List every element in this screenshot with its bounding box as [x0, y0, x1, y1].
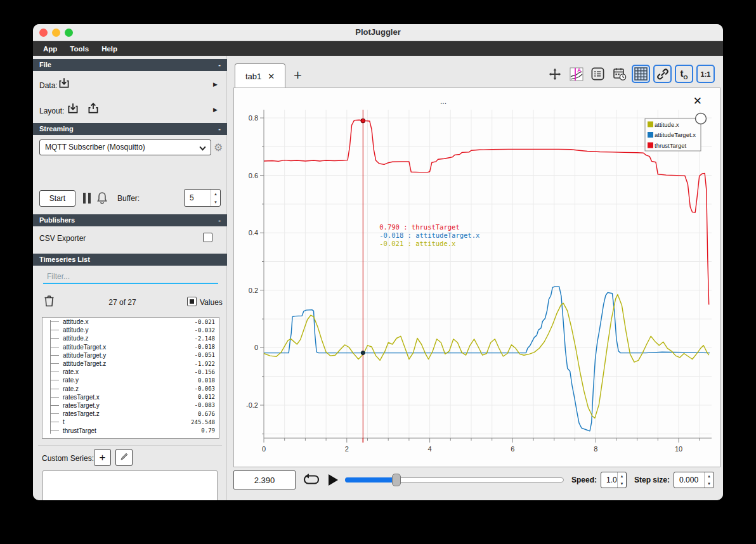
spin-up-icon[interactable]: ▲ [705, 472, 714, 480]
svg-text:0.4: 0.4 [249, 229, 258, 236]
csv-exporter-checkbox[interactable] [203, 233, 212, 242]
loop-playback-icon[interactable] [303, 474, 320, 486]
chevron-down-icon [199, 144, 207, 152]
tracker-style-icon[interactable]: A [567, 65, 585, 83]
tracker[interactable]: 0.790 : thrustTarget-0.018 : attitudeTar… [361, 110, 479, 443]
timeseries-row[interactable]: thrustTarget0.79 [42, 426, 219, 434]
publishers-section-header[interactable]: Publishers - [33, 214, 227, 226]
pause-icon[interactable] [83, 193, 91, 204]
play-icon[interactable] [327, 474, 339, 486]
collapse-icon: - [218, 214, 221, 226]
timeseries-row[interactable]: attitudeTarget.y-0.051 [42, 351, 219, 359]
timeseries-row[interactable]: ratesTarget.z0.676 [42, 410, 219, 418]
timeseries-row[interactable]: attitude.x-0.021 [42, 318, 219, 326]
grid-layout-icon[interactable] [632, 65, 650, 83]
chart-canvas[interactable]: -0.200.20.40.60.80246810 0.790 : thrustT… [234, 88, 720, 467]
plot-legend[interactable]: attitude.xattitudeTarget.xthrustTarget [645, 113, 707, 152]
plot-area[interactable]: ... ✕ -0.200.20.40.60.80246810 0.790 : t… [233, 87, 720, 467]
timeseries-row[interactable]: attitude.y-0.032 [42, 326, 219, 334]
tab-label: tab1 [245, 72, 261, 81]
tree-branch [50, 321, 59, 322]
timeline-slider[interactable] [345, 473, 564, 487]
slider-handle[interactable] [392, 474, 401, 486]
layout-expand-icon[interactable]: ▶ [213, 107, 218, 113]
series-line-attitudeTarget.x [264, 287, 710, 431]
series-value: 0.676 [198, 411, 219, 417]
streaming-source-select[interactable]: MQTT Subscriber (Mosquitto) [39, 139, 211, 155]
timeseries-row[interactable]: ratesTarget.y-0.083 [42, 401, 219, 410]
transport-bar: 2.390 Speed: 1.0 ▲▼ Step size: 0.000 ▲▼ [233, 469, 717, 491]
curve-list-icon[interactable] [589, 65, 607, 83]
series-value: -0.018 [194, 344, 219, 350]
values-checkbox[interactable] [187, 297, 197, 306]
svg-text:0.8: 0.8 [249, 114, 258, 122]
series-value: 0.018 [198, 377, 219, 384]
spin-down-icon[interactable]: ▼ [211, 198, 220, 206]
menu-item-app[interactable]: App [38, 44, 62, 54]
menu-item-help[interactable]: Help [96, 44, 122, 54]
spin-down-icon[interactable]: ▼ [705, 480, 714, 488]
series-name: rate.x [63, 368, 194, 375]
series-value: -0.156 [194, 369, 219, 375]
timeseries-row[interactable]: rate.x-0.156 [42, 368, 219, 376]
streaming-section-header[interactable]: Streaming - [33, 123, 227, 135]
spin-down-icon[interactable]: ▼ [618, 480, 626, 488]
time-display[interactable]: 2.390 [233, 470, 296, 489]
timeseries-row[interactable]: rate.y0.018 [42, 376, 219, 384]
tree-branch [50, 372, 59, 372]
svg-text:6: 6 [511, 445, 514, 453]
legend-handle[interactable] [696, 113, 707, 124]
divider [38, 445, 222, 446]
add-custom-series-button[interactable]: + [94, 449, 111, 466]
speed-spinbox[interactable]: 1.0 ▲▼ [601, 472, 627, 488]
add-tab-button[interactable]: + [294, 67, 302, 84]
step-size-value: 0.000 [674, 472, 704, 488]
timeseries-row[interactable]: attitude.z-2.148 [42, 334, 219, 342]
series-value: -0.032 [194, 327, 219, 334]
timeseries-row[interactable]: rate.z-0.063 [42, 385, 219, 393]
timeseries-row[interactable]: attitudeTarget.x-0.018 [42, 343, 219, 351]
custom-series-list[interactable] [42, 470, 218, 500]
tab-close-icon[interactable]: ✕ [268, 72, 275, 81]
streaming-source-value: MQTT Subscriber (Mosquitto) [45, 143, 145, 152]
datetime-axis-icon[interactable] [610, 65, 629, 83]
load-data-icon[interactable] [57, 76, 71, 90]
load-layout-icon[interactable] [66, 101, 80, 115]
link-ranges-icon[interactable] [653, 65, 672, 83]
save-layout-icon[interactable] [86, 101, 100, 115]
pan-zoom-icon[interactable] [545, 65, 564, 83]
buffer-spinbox[interactable]: 5 ▲▼ [184, 189, 221, 207]
timeseries-row[interactable]: attitudeTarget.z-1.922 [42, 359, 219, 368]
spin-up-icon[interactable]: ▲ [618, 472, 626, 480]
tracker-dot-thrust [361, 119, 365, 123]
edit-custom-series-button[interactable] [115, 449, 133, 466]
tab-tab1[interactable]: tab1 ✕ [235, 63, 285, 88]
timeseries-section-header[interactable]: Timeseries List [33, 254, 227, 266]
step-size-spinbox[interactable]: 0.000 ▲▼ [674, 472, 714, 488]
series-value: -0.051 [194, 352, 219, 358]
timeseries-row[interactable]: ratesTarget.x0.012 [42, 393, 219, 401]
layout-label: Layout: [39, 107, 64, 115]
ratio-one-to-one-icon[interactable]: 1:1 [696, 65, 715, 83]
timeseries-row[interactable]: t245.548 [42, 418, 219, 426]
series-name: t [63, 418, 191, 425]
filter-input[interactable] [43, 270, 218, 284]
filter-field-wrap [43, 270, 218, 284]
series-name: ratesTarget.x [63, 394, 198, 401]
series-line-attitude.x [264, 295, 709, 418]
spin-up-icon[interactable]: ▲ [211, 190, 220, 198]
file-section-header[interactable]: File - [33, 59, 227, 71]
data-expand-icon[interactable]: ▶ [213, 81, 218, 87]
notifications-bell-icon[interactable] [96, 191, 108, 207]
legend-swatch [648, 132, 653, 138]
slider-fill [345, 477, 396, 482]
titlebar: PlotJuggler [33, 24, 723, 41]
streaming-settings-gear-icon[interactable]: ⚙ [214, 141, 223, 153]
series-value: -0.063 [194, 385, 219, 392]
menu-item-tools[interactable]: Tools [65, 44, 94, 54]
speed-value: 1.0 [601, 472, 617, 488]
time-offset-icon[interactable]: tO [675, 65, 693, 83]
delete-series-trash-icon[interactable] [43, 294, 55, 308]
start-streaming-button[interactable]: Start [39, 190, 75, 207]
plot-close-icon[interactable]: ✕ [693, 94, 702, 108]
